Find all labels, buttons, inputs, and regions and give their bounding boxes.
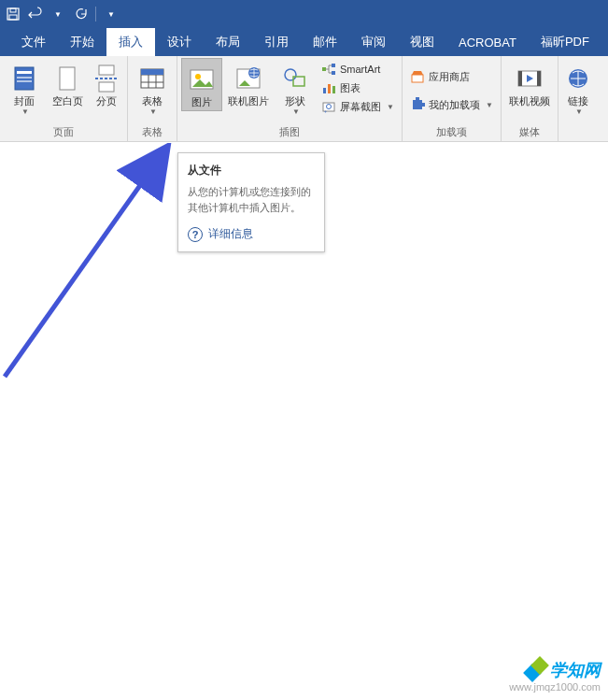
group-page-label: 页面 [4,123,123,141]
my-addins-button[interactable]: 我的加载项 ▼ [406,95,497,114]
svg-rect-8 [99,65,114,75]
picture-button[interactable]: 图片 [181,58,222,111]
undo-dropdown-icon[interactable]: ▼ [50,7,65,21]
blank-page-icon [52,64,82,93]
tab-file[interactable]: 文件 [9,28,58,56]
my-addins-icon [410,97,425,112]
group-illustration: 图片 联机图片 形状 ▼ SmartArt 图表 [177,56,403,141]
page-break-button[interactable]: 分页 [90,58,123,109]
cover-page-button[interactable]: 封面 ▼ [4,58,45,118]
svg-point-23 [285,69,296,80]
svg-rect-7 [60,67,75,90]
online-picture-label: 联机图片 [228,95,269,107]
tab-foxit[interactable]: 福昕PDF [529,28,601,56]
tab-insert[interactable]: 插入 [106,28,155,56]
blank-page-label: 空白页 [52,95,83,107]
store-button[interactable]: 应用商店 [406,67,497,86]
chart-label: 图表 [340,81,361,95]
link-icon [563,64,593,93]
dropdown-icon: ▼ [149,107,157,116]
redo-icon[interactable] [73,7,88,21]
tab-view[interactable]: 视图 [398,28,446,56]
quick-access-toolbar: ▼ ▼ [0,0,608,28]
shapes-label: 形状 [285,95,305,107]
store-label: 应用商店 [429,70,470,84]
undo-icon[interactable] [28,7,43,21]
help-icon: ? [188,227,203,242]
smartart-button[interactable]: SmartArt [318,60,398,79]
online-video-button[interactable]: 联机视频 [505,58,554,109]
svg-rect-16 [141,69,163,75]
watermark-url: www.jmqz1000.com [509,681,601,693]
qat-customize-icon[interactable]: ▼ [104,7,119,21]
svg-text:+: + [324,108,327,114]
svg-rect-26 [332,64,335,67]
watermark-logo-icon [524,659,546,681]
svg-rect-27 [332,71,335,75]
svg-rect-41 [537,71,541,86]
link-button[interactable]: 链接 ▼ [562,58,594,118]
chart-icon [321,80,336,95]
cover-page-icon [9,64,39,93]
store-icon [410,69,425,84]
blank-page-button[interactable]: 空白页 [47,58,88,109]
dropdown-icon: ▼ [21,107,29,116]
shapes-button[interactable]: 形状 ▼ [275,58,316,118]
tooltip-more-link[interactable]: ? 详细信息 [188,226,315,242]
dropdown-icon: ▼ [575,107,583,116]
svg-rect-5 [17,77,32,79]
smartart-label: SmartArt [340,64,380,75]
picture-icon [187,64,217,94]
online-picture-button[interactable]: 联机图片 [224,58,273,109]
svg-rect-4 [17,71,32,74]
group-addin-label: 加载项 [406,123,497,141]
watermark-brand-text: 学知网 [550,659,601,681]
dropdown-icon: ▼ [486,101,493,109]
table-button[interactable]: 表格 ▼ [132,58,173,118]
svg-marker-35 [412,71,423,75]
group-table-label: 表格 [132,123,173,141]
online-video-label: 联机视频 [509,95,550,107]
svg-rect-37 [416,97,419,101]
svg-rect-2 [9,15,17,20]
tab-layout[interactable]: 布局 [204,28,252,56]
svg-rect-34 [412,75,423,82]
tab-design[interactable]: 设计 [155,28,204,56]
svg-rect-25 [322,67,326,71]
save-icon[interactable] [6,7,21,21]
cover-page-label: 封面 [14,95,35,107]
chart-button[interactable]: 图表 [318,79,398,97]
tab-mailings[interactable]: 邮件 [301,28,349,56]
group-media: 联机视频 媒体 [502,56,559,141]
tooltip-more-label: 详细信息 [208,226,253,242]
tooltip-body: 从您的计算机或您连接到的其他计算机中插入图片。 [188,184,315,215]
my-addins-label: 我的加载项 [429,98,480,112]
video-icon [515,64,544,93]
group-page: 封面 ▼ 空白页 分页 页面 [0,56,128,141]
qat-divider [95,7,96,21]
screenshot-label: 屏幕截图 [340,100,381,114]
picture-tooltip: 从文件 从您的计算机或您连接到的其他计算机中插入图片。 ? 详细信息 [177,152,325,252]
group-link: 链接 ▼ [559,56,598,141]
tab-references[interactable]: 引用 [252,28,301,56]
group-media-label: 媒体 [505,123,554,141]
svg-point-18 [195,74,201,79]
link-label: 链接 [568,95,588,107]
ribbon-tabs: 文件 开始 插入 设计 布局 引用 邮件 审阅 视图 ACROBAT 福昕PDF [0,28,608,56]
table-label: 表格 [142,95,163,107]
svg-rect-1 [10,8,16,12]
online-picture-icon [233,64,263,93]
smartart-icon [321,62,336,77]
page-break-icon [92,64,121,93]
svg-rect-38 [421,103,425,107]
watermark: 学知网 www.jmqz1000.com [502,651,608,700]
svg-rect-28 [323,88,326,93]
dropdown-icon: ▼ [387,103,394,111]
page-break-label: 分页 [96,95,117,107]
tab-review[interactable]: 审阅 [349,28,398,56]
screenshot-button[interactable]: + 屏幕截图 ▼ [318,97,398,116]
tab-acrobat[interactable]: ACROBAT [446,28,529,56]
tab-home[interactable]: 开始 [58,28,106,56]
ribbon: 封面 ▼ 空白页 分页 页面 表格 ▼ 表格 [0,56,608,142]
svg-rect-40 [518,71,522,86]
